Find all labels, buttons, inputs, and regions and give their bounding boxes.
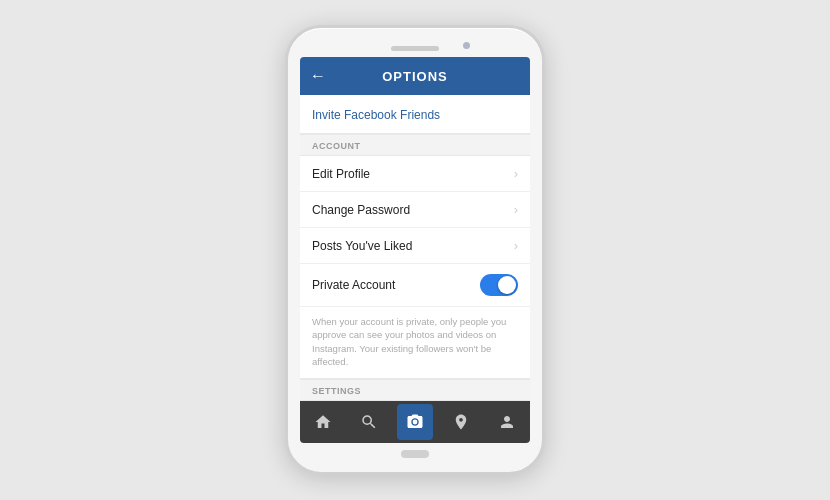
posts-liked-label: Posts You've Liked xyxy=(312,239,412,253)
search-icon xyxy=(360,413,378,431)
settings-section-header: SETTINGS xyxy=(300,379,530,401)
screen-title: OPTIONS xyxy=(382,69,448,84)
invite-facebook-link[interactable]: Invite Facebook Friends xyxy=(312,108,440,122)
change-password-label: Change Password xyxy=(312,203,410,217)
nav-profile[interactable] xyxy=(489,404,525,440)
nav-location[interactable] xyxy=(443,404,479,440)
profile-icon xyxy=(498,413,516,431)
nav-camera[interactable] xyxy=(397,404,433,440)
phone-speaker xyxy=(391,46,439,51)
phone-home-btn[interactable] xyxy=(401,450,429,458)
posts-liked-item[interactable]: Posts You've Liked › xyxy=(300,228,530,264)
account-section-header: ACCOUNT xyxy=(300,134,530,156)
chevron-right-icon: › xyxy=(514,238,518,253)
private-account-label: Private Account xyxy=(312,278,395,292)
phone-screen: ← OPTIONS Invite Facebook Friends ACCOUN… xyxy=(300,57,530,443)
svg-point-0 xyxy=(413,420,418,425)
edit-profile-item[interactable]: Edit Profile › xyxy=(300,156,530,192)
edit-profile-label: Edit Profile xyxy=(312,167,370,181)
app-body: Invite Facebook Friends ACCOUNT Edit Pro… xyxy=(300,95,530,401)
app-header: ← OPTIONS xyxy=(300,57,530,95)
nav-search[interactable] xyxy=(351,404,387,440)
nav-home[interactable] xyxy=(305,404,341,440)
invite-section: Invite Facebook Friends xyxy=(300,95,530,134)
camera-icon xyxy=(406,413,424,431)
chevron-right-icon: › xyxy=(514,202,518,217)
home-icon xyxy=(314,413,332,431)
location-icon xyxy=(452,413,470,431)
private-account-toggle[interactable] xyxy=(480,274,518,296)
chevron-right-icon: › xyxy=(514,166,518,181)
phone-outer: ← OPTIONS Invite Facebook Friends ACCOUN… xyxy=(285,25,545,475)
private-account-description: When your account is private, only peopl… xyxy=(300,307,530,379)
private-account-row: Private Account xyxy=(300,264,530,307)
toggle-knob xyxy=(498,276,516,294)
back-button[interactable]: ← xyxy=(310,67,326,85)
bottom-nav xyxy=(300,401,530,443)
change-password-item[interactable]: Change Password › xyxy=(300,192,530,228)
phone-camera xyxy=(463,42,470,49)
